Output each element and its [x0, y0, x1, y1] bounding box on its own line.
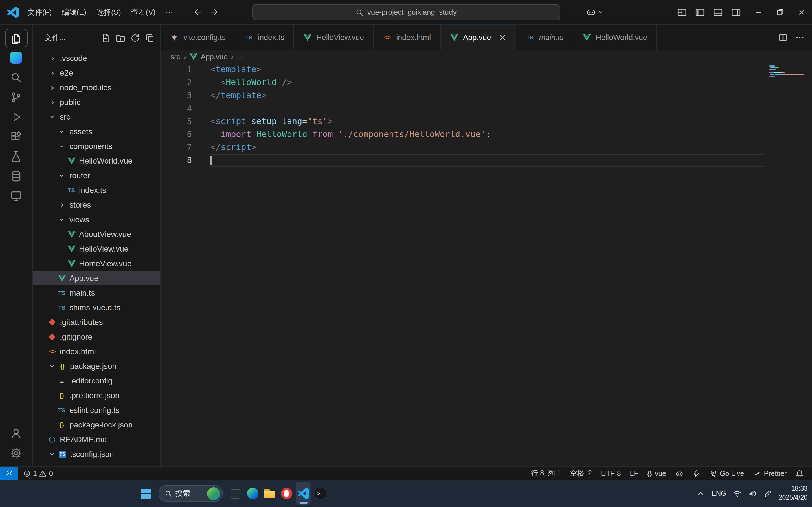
back-arrow-icon[interactable]: [193, 7, 202, 17]
forward-arrow-icon[interactable]: [209, 7, 219, 17]
remote-indicator[interactable]: [0, 467, 18, 480]
menu-item-4[interactable]: ···: [161, 0, 178, 24]
menu-item-1[interactable]: 编辑(E): [57, 0, 92, 24]
code-line-4[interactable]: 4: [161, 102, 765, 115]
maximize-restore-button[interactable]: [769, 0, 791, 24]
activity-run-and-debug[interactable]: [5, 108, 28, 126]
tree-item-App.vue[interactable]: App.vue: [33, 271, 160, 285]
panel-left-icon[interactable]: [695, 7, 705, 17]
tree-item-views[interactable]: ›views: [33, 212, 160, 227]
split-editor-icon[interactable]: [778, 33, 788, 42]
tree-item-assets[interactable]: ›assets: [33, 124, 160, 139]
taskbar-qq-button[interactable]: [279, 482, 294, 505]
tree-item-package.json[interactable]: ›{}package.json: [33, 359, 160, 373]
tree-item-node_modules[interactable]: ›node_modules: [33, 80, 160, 95]
status-prettier[interactable]: Prettier: [749, 467, 791, 480]
tree-item-e2e[interactable]: ›e2e: [33, 65, 160, 80]
code-line-3[interactable]: 3</template>: [161, 89, 765, 102]
tree-item-main.ts[interactable]: TSmain.ts: [33, 285, 160, 300]
code-line-6[interactable]: 6 import HelloWorld from './components/H…: [161, 128, 765, 141]
tree-item-src[interactable]: ›src: [33, 109, 160, 124]
status-notifications[interactable]: [791, 467, 808, 480]
tab-App.vue[interactable]: App.vue: [440, 25, 516, 50]
tree-item-HelloView.vue[interactable]: HelloView.vue: [33, 241, 160, 256]
tree-item-.gitignore[interactable]: .gitignore: [33, 329, 160, 344]
taskbar-file-explorer-button[interactable]: [262, 482, 277, 505]
status-eol[interactable]: LF: [626, 467, 643, 480]
minimize-button[interactable]: [748, 0, 769, 24]
tab-vite.config.ts[interactable]: vite.config.ts: [161, 25, 235, 50]
close-button[interactable]: [791, 0, 812, 24]
activity-source-control[interactable]: [5, 88, 28, 107]
activity-vue-extension[interactable]: [5, 49, 28, 67]
status-extension[interactable]: [688, 467, 704, 480]
menu-item-3[interactable]: 查看(V): [126, 0, 161, 24]
hidden-icons-chevron-icon[interactable]: [696, 489, 705, 498]
activity-search[interactable]: [5, 68, 28, 87]
tree-item-HomeView.vue[interactable]: HomeView.vue: [33, 256, 160, 271]
tree-item-router[interactable]: ›router: [33, 168, 160, 183]
breadcrumb-item[interactable]: ...: [237, 52, 243, 61]
tree-item-stores[interactable]: ›stores: [33, 198, 160, 212]
tree-item-public[interactable]: ›public: [33, 95, 160, 109]
activity-accounts[interactable]: [5, 424, 28, 443]
tree-item-.vscode[interactable]: ›.vscode: [33, 51, 160, 65]
tree-item-README.md[interactable]: README.md: [33, 432, 160, 447]
code-line-7[interactable]: 7</script>: [161, 141, 765, 154]
code-line-1[interactable]: 1<template>: [161, 63, 765, 76]
clock[interactable]: 18:33 2025/4/20: [779, 485, 808, 502]
tree-item-.gitattributes[interactable]: .gitattributes: [33, 315, 160, 329]
input-language-indicator[interactable]: ENG: [712, 490, 726, 497]
taskbar-vscode-button[interactable]: [296, 482, 311, 505]
tab-main.ts[interactable]: TSmain.ts: [516, 25, 573, 50]
code-line-8[interactable]: 8: [161, 154, 765, 167]
tree-item-.prettierrc.json[interactable]: {}.prettierrc.json: [33, 388, 160, 403]
copilot-control[interactable]: [586, 7, 604, 17]
tree-item-shims-vue.d.ts[interactable]: TSshims-vue.d.ts: [33, 300, 160, 315]
menu-item-2[interactable]: 选择(S): [92, 0, 126, 24]
status-go-live[interactable]: Go Live: [704, 467, 749, 480]
taskbar-search[interactable]: 搜索: [159, 485, 223, 502]
problems-status[interactable]: 1 0: [18, 467, 58, 480]
minimap[interactable]: [769, 65, 804, 79]
tab-HelloView.vue[interactable]: HelloView.vue: [294, 25, 374, 50]
activity-testing[interactable]: [5, 147, 28, 166]
breadcrumb-item[interactable]: App.vue: [189, 52, 227, 61]
activity-settings[interactable]: [5, 444, 28, 462]
activity-database[interactable]: [5, 167, 28, 185]
new-file-icon[interactable]: [101, 33, 111, 43]
collapse-all-icon[interactable]: [145, 33, 155, 43]
tree-item-components[interactable]: ›components: [33, 139, 160, 153]
volume-icon[interactable]: [748, 489, 757, 498]
tree-item-index.ts[interactable]: TSindex.ts: [33, 183, 160, 198]
activity-extensions[interactable]: [5, 127, 28, 146]
taskbar-edge-button[interactable]: [245, 482, 260, 505]
status-language-mode[interactable]: {}vue: [643, 467, 671, 480]
editor-code-area[interactable]: 1<template>2 <HelloWorld />3</template>4…: [161, 63, 812, 167]
tree-item-tsconfig.json[interactable]: ›TStsconfig.json: [33, 447, 160, 461]
tree-item-HelloWorld.vue[interactable]: HelloWorld.vue: [33, 153, 160, 168]
code-line-2[interactable]: 2 <HelloWorld />: [161, 76, 765, 89]
tab-index.html[interactable]: <>index.html: [374, 25, 440, 50]
ellipsis-icon[interactable]: [795, 33, 805, 42]
menu-item-0[interactable]: 文件(F): [22, 0, 57, 24]
wifi-icon[interactable]: [733, 489, 742, 498]
pen-icon[interactable]: [763, 489, 772, 498]
taskbar-taskview-button[interactable]: [228, 482, 243, 505]
tab-index.ts[interactable]: TSindex.ts: [235, 25, 294, 50]
breadcrumb-item[interactable]: src: [170, 52, 180, 61]
activity-explorer[interactable]: [5, 29, 28, 47]
close-tab-icon[interactable]: [498, 33, 507, 42]
tree-item-index.html[interactable]: <>index.html: [33, 344, 160, 359]
tree-item-eslint.config.ts[interactable]: TSeslint.config.ts: [33, 403, 160, 417]
code-line-5[interactable]: 5<script setup lang="ts">: [161, 115, 765, 128]
panel-right-icon[interactable]: [731, 7, 741, 17]
status-encoding[interactable]: UTF-8: [596, 467, 626, 480]
status-indentation[interactable]: 空格: 2: [565, 467, 596, 480]
status-copilot[interactable]: [671, 467, 688, 480]
activity-remote-explorer[interactable]: [5, 187, 28, 205]
tree-item-AboutView.vue[interactable]: AboutView.vue: [33, 227, 160, 241]
taskbar-terminal-button[interactable]: >_: [313, 482, 328, 505]
new-folder-icon[interactable]: [116, 33, 125, 43]
taskbar-start-button[interactable]: [138, 482, 154, 505]
